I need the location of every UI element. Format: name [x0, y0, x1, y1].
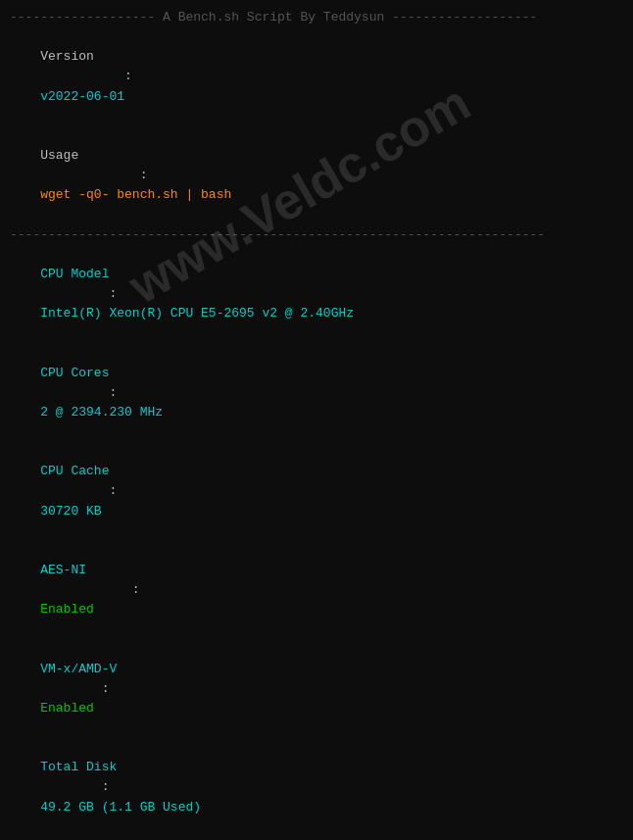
cpu-cache-label: CPU Cache — [40, 464, 109, 478]
version-label: Version — [40, 49, 94, 64]
aes-ni-line: AES-NI : Enabled — [10, 541, 623, 640]
cpu-cores-label: CPU Cores — [40, 366, 109, 380]
usage-label: Usage — [40, 148, 78, 163]
cpu-cores-value: 2 @ 2394.230 MHz — [40, 405, 163, 420]
terminal-window: www.Veldc.com ------------------- A Benc… — [10, 8, 623, 840]
version-line: Version : v2022-06-01 — [10, 27, 623, 126]
cpu-cores-line: CPU Cores : 2 @ 2394.230 MHz — [10, 343, 623, 442]
vm-amd-value: Enabled — [40, 701, 94, 716]
aes-ni-label: AES-NI — [40, 563, 86, 577]
cpu-cache-value: 30720 KB — [40, 504, 101, 519]
usage-line: Usage : wget -q0- bench.sh | bash — [10, 126, 623, 225]
aes-ni-value: Enabled — [40, 602, 94, 617]
header-divider: ------------------- A Bench.sh Script By… — [10, 8, 623, 27]
total-disk-line: Total Disk : 49.2 GB (1.1 GB Used) — [10, 738, 623, 837]
total-disk-value: 49.2 GB (1.1 GB Used) — [40, 800, 201, 815]
vm-amd-label: VM-x/AMD-V — [40, 662, 117, 676]
cpu-model-label: CPU Model — [40, 267, 109, 281]
vm-amd-line: VM-x/AMD-V : Enabled — [10, 640, 623, 739]
total-disk-label: Total Disk — [40, 760, 117, 774]
version-value: v2022-06-01 — [40, 89, 124, 104]
cpu-model-line: CPU Model : Intel(R) Xeon(R) CPU E5-2695… — [10, 245, 623, 344]
divider-1: ----------------------------------------… — [10, 225, 623, 245]
usage-value: wget -q0- bench.sh | bash — [40, 187, 231, 202]
cpu-cache-line: CPU Cache : 30720 KB — [10, 442, 623, 541]
cpu-model-value: Intel(R) Xeon(R) CPU E5-2695 v2 @ 2.40GH… — [40, 306, 354, 321]
